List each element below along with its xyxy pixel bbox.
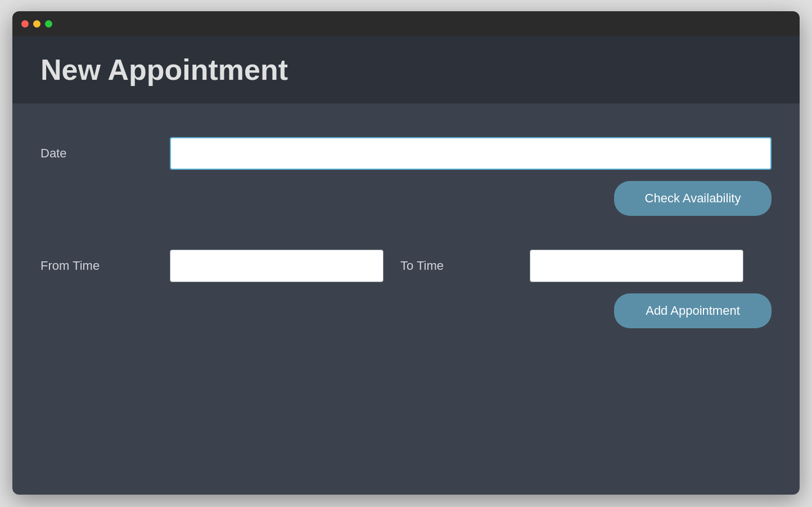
title-bar [12, 11, 800, 36]
date-input[interactable] [170, 137, 772, 170]
date-row: Date [40, 137, 772, 170]
to-time-input[interactable] [530, 250, 743, 282]
add-appointment-button[interactable]: Add Appointment [614, 293, 772, 328]
close-button[interactable] [21, 20, 29, 28]
check-availability-row: Check Availability [40, 181, 772, 216]
check-availability-button[interactable]: Check Availability [614, 181, 772, 216]
header: New Appointment [12, 36, 800, 103]
minimize-button[interactable] [33, 20, 40, 28]
page-title: New Appointment [40, 53, 772, 87]
from-time-label: From Time [40, 259, 153, 273]
add-appointment-row: Add Appointment [40, 293, 772, 328]
to-time-label: To Time [400, 259, 513, 273]
app-window: New Appointment Date Check Availability … [12, 11, 800, 495]
time-section: From Time To Time [40, 250, 772, 282]
maximize-button[interactable] [45, 20, 52, 28]
from-time-input[interactable] [170, 250, 384, 282]
time-row: From Time To Time [40, 250, 772, 282]
traffic-lights [21, 20, 52, 28]
date-label: Date [40, 146, 153, 161]
main-content: Date Check Availability From Time To Tim… [12, 103, 800, 495]
to-time-group: To Time [400, 250, 743, 282]
from-time-group: From Time [40, 250, 384, 282]
